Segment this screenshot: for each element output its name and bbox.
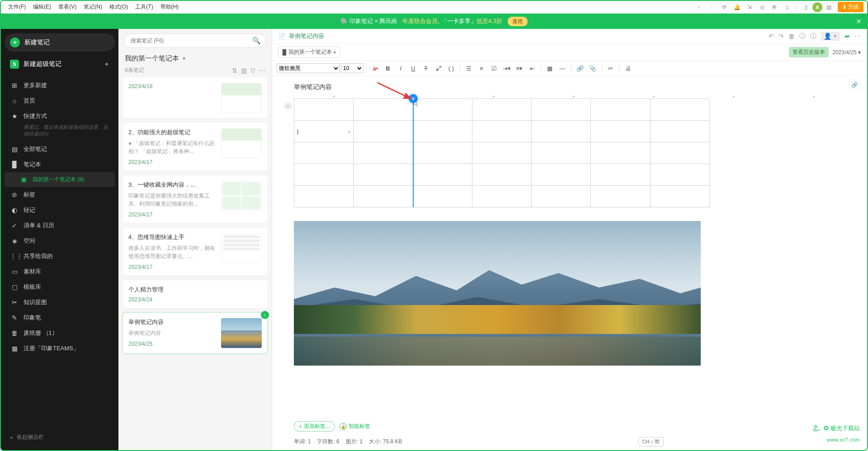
sidebar-item-4[interactable]: ▉笔记本 [5, 157, 115, 172]
numbered-list-button[interactable]: ≡ [476, 63, 487, 74]
menu-view[interactable]: 查看(V) [55, 1, 80, 13]
view-icon[interactable]: ▥ [241, 67, 247, 74]
shield-icon[interactable]: ⛨ [769, 1, 781, 14]
undo-icon[interactable]: ↶ [769, 33, 774, 40]
cell-dropdown-icon[interactable]: ▾ [348, 129, 350, 134]
highlight-button[interactable]: 🖍 [433, 63, 444, 74]
font-family-select[interactable]: 微软雅黑 [277, 63, 340, 73]
menu-format[interactable]: 格式(O) [106, 1, 132, 13]
code-button[interactable]: ( ) [445, 63, 457, 74]
strikethrough-button[interactable]: T [420, 63, 432, 74]
sidebar-item-2[interactable]: ★快捷方式 [5, 108, 115, 124]
new-note-button[interactable]: + 新建笔记 [5, 33, 115, 52]
sidebar-item-15[interactable]: 🗑废纸篓 （1） [5, 325, 115, 341]
sidebar-item-8[interactable]: ✓清单 & 日历 [5, 218, 115, 233]
note-card-0[interactable]: 2023/4/18 [123, 78, 267, 118]
link-button[interactable]: 🔗 [574, 63, 586, 74]
filter-icon[interactable]: ▽ [250, 67, 255, 74]
menu-edit[interactable]: 编辑(E) [29, 1, 55, 13]
embedded-image[interactable] [294, 221, 701, 366]
target-icon[interactable]: ◎ [756, 1, 769, 14]
bold-button[interactable]: B [382, 63, 394, 74]
sidebar-item-3[interactable]: ▤全部笔记 [5, 141, 115, 157]
sidebar-item-12[interactable]: ▢模板库 [5, 279, 115, 295]
export-icon[interactable]: ⇲ [743, 1, 756, 14]
note-card-1[interactable]: 2、功能强大的超级笔记● 「超级笔记」和普通笔记有什么区别？ 「超级笔记」将各种… [123, 123, 267, 171]
share-icon[interactable]: ➦ [844, 33, 850, 40]
sync-icon[interactable]: ⟳ [718, 1, 731, 14]
align-button[interactable]: ≡▾ [514, 63, 525, 74]
bell-icon[interactable]: 🔔 [731, 1, 743, 14]
sidebar-item-14[interactable]: ✎印象笔 [5, 310, 115, 325]
smart-tag-button[interactable]: 🔒智能标签 [340, 423, 370, 430]
font-color-button[interactable]: a▾ [369, 63, 381, 74]
nav-forward-icon[interactable]: › [705, 1, 718, 14]
link-panel-button[interactable]: 🔗 [848, 79, 861, 91]
sidebar-item-5[interactable]: ▣我的第一个笔记本 (8) [5, 172, 115, 187]
banner-grab-button[interactable]: 速抢 [508, 17, 528, 26]
font-size-select[interactable]: 10 [341, 63, 363, 73]
note-card-5[interactable]: 举例笔记内容举例笔记内容2023/4/25 [123, 313, 267, 353]
info2-icon[interactable]: ⓘ [810, 32, 816, 40]
bullet-list-button[interactable]: ☰ [463, 63, 475, 74]
sidebar-item-7[interactable]: ◐轻记 [5, 202, 115, 218]
ime-indicator[interactable]: CH ♪ 简 [638, 437, 664, 446]
menu-file[interactable]: 文件(F) [5, 1, 29, 13]
menu-help[interactable]: 帮助(H) [157, 1, 183, 13]
hr-button[interactable]: — [557, 63, 568, 74]
note-date[interactable]: 2023/4/25 ▾ [832, 49, 861, 56]
nav-back-icon[interactable]: ‹ [693, 1, 705, 14]
checklist-button[interactable]: ☑ [488, 63, 500, 74]
sidebar-item-13[interactable]: ✂知识星图 [5, 295, 115, 310]
clear-format-button[interactable]: ✂ [604, 63, 616, 74]
banner-logo: 🐘 印象笔记 × 腾讯画 [340, 17, 397, 25]
active-cell[interactable]: |▾ [294, 121, 354, 142]
add-tag-button[interactable]: +添加标签... [294, 421, 335, 432]
sidebar-item-11[interactable]: ▭素材库 [5, 264, 115, 279]
document-title[interactable]: 举例笔记内容 [294, 83, 854, 91]
content-table[interactable]: |▾ [294, 99, 710, 207]
search-icon[interactable]: 🔍 [252, 37, 261, 45]
note-card-3[interactable]: 4、思维导图快速上手很多人在读书、工作和学习时，都有使用思维导图记录要点。...… [123, 228, 267, 276]
insert-column-button[interactable]: + [409, 94, 418, 103]
upgrade-button[interactable]: ⬆升级 [838, 2, 863, 12]
info-icon[interactable]: ⓘ [799, 32, 806, 40]
sidebar-item-0[interactable]: ⊞更多新建 [5, 78, 115, 93]
new-super-note-button[interactable]: S 新建超级笔记 ✦ [5, 56, 115, 72]
redo-icon[interactable]: ↷ [778, 33, 784, 40]
editor-body[interactable]: 🔗 举例笔记内容 − + ☟ |▾ [272, 76, 867, 418]
note-card-2[interactable]: 3、一键收藏全网内容，...印象笔记是你最强大的信息收集工具。利用印象笔记独家的… [123, 175, 267, 223]
notebook-selector[interactable]: ▉ 我的第一个笔记本 ▾ [278, 47, 340, 58]
smile-icon[interactable]: ☺ [781, 1, 794, 14]
indent-button[interactable]: ⇥▾ [501, 63, 513, 74]
close-banner-icon[interactable]: ✕ [856, 17, 862, 26]
note-card-4[interactable]: 个人精力管理2023/4/24 [123, 280, 267, 308]
collapse-sidebar-button[interactable]: « 收起侧边栏 [5, 429, 115, 446]
panel-icon[interactable]: ▤ [822, 1, 835, 14]
table-button[interactable]: ▦ [544, 63, 556, 74]
sidebar-item-1[interactable]: ⌂首页 [5, 93, 115, 108]
sidebar-item-10[interactable]: ⋮⋮共享给我的 [5, 249, 115, 264]
more-icon[interactable]: ⋯ [259, 67, 265, 74]
menu-tools[interactable]: 工具(T) [132, 1, 156, 13]
breadcrumb-title[interactable]: 举例笔记内容 [289, 32, 324, 40]
outdent-button[interactable]: ⇤ [526, 63, 538, 74]
sidebar-item-9[interactable]: ◈空间 [5, 233, 115, 249]
attachment-button[interactable]: 📎 [587, 63, 599, 74]
trash-icon[interactable]: 🗑 [788, 33, 795, 40]
more-header-icon[interactable]: ⋯ [854, 33, 861, 40]
search-input[interactable] [124, 33, 266, 48]
mobile-icon[interactable]: ▯ [800, 1, 812, 14]
italic-button[interactable]: I [395, 63, 406, 74]
avatar[interactable]: A [812, 2, 822, 12]
row-handle-icon[interactable]: − [284, 102, 292, 110]
history-button[interactable]: 查看历史版本 [789, 47, 829, 57]
menu-note[interactable]: 笔记(N) [80, 1, 106, 13]
share-user-button[interactable]: 👤▼ [821, 32, 840, 41]
underline-button[interactable]: U [407, 63, 419, 74]
sidebar-item-6[interactable]: ⊘标签 [5, 187, 115, 202]
sort-icon[interactable]: ⇅ [232, 67, 237, 74]
sidebar-item-16[interactable]: ▦注册「印象TEAMS」 [5, 341, 115, 356]
notebook-title-dropdown[interactable]: 我的第一个笔记本 ▼ [118, 52, 272, 66]
print-button[interactable]: 🖨 [622, 63, 634, 74]
